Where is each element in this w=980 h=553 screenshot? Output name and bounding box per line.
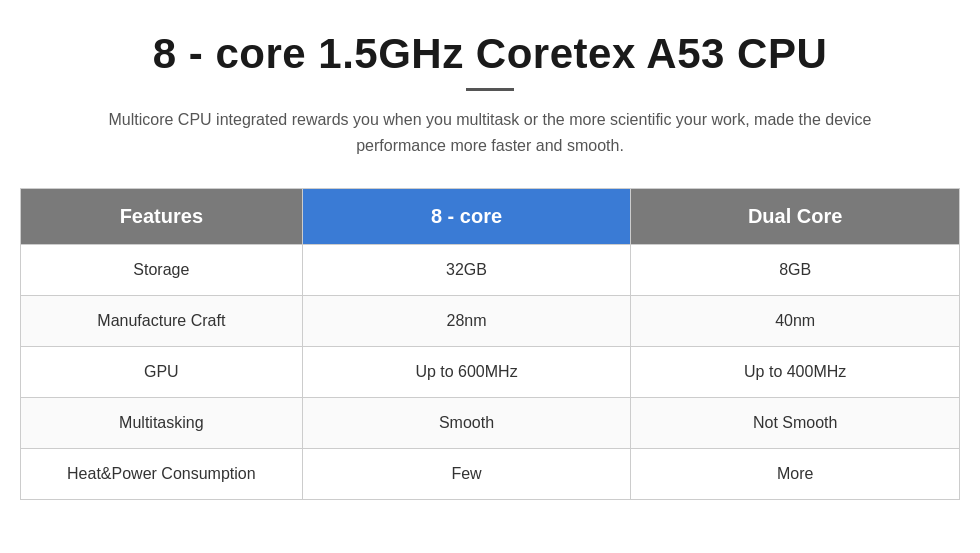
8core-value-cell: 32GB [302,245,631,296]
dual-value-cell: Up to 400MHz [631,347,960,398]
page-title: 8 - core 1.5GHz Coretex A53 CPU [153,30,828,78]
dual-value-cell: More [631,449,960,500]
col-8core-header: 8 - core [302,189,631,245]
8core-value-cell: Few [302,449,631,500]
dual-value-cell: Not Smooth [631,398,960,449]
feature-cell: Multitasking [21,398,303,449]
dual-value-cell: 40nm [631,296,960,347]
dual-value-cell: 8GB [631,245,960,296]
feature-cell: GPU [21,347,303,398]
feature-cell: Heat&Power Consumption [21,449,303,500]
comparison-table: Features 8 - core Dual Core Storage32GB8… [20,188,960,500]
col-dualcore-header: Dual Core [631,189,960,245]
table-row: Storage32GB8GB [21,245,960,296]
table-row: Heat&Power ConsumptionFewMore [21,449,960,500]
table-header-row: Features 8 - core Dual Core [21,189,960,245]
table-body: Storage32GB8GBManufacture Craft28nm40nmG… [21,245,960,500]
title-divider [466,88,514,91]
table-row: Manufacture Craft28nm40nm [21,296,960,347]
8core-value-cell: 28nm [302,296,631,347]
8core-value-cell: Up to 600MHz [302,347,631,398]
table-row: GPUUp to 600MHzUp to 400MHz [21,347,960,398]
col-features-header: Features [21,189,303,245]
8core-value-cell: Smooth [302,398,631,449]
feature-cell: Manufacture Craft [21,296,303,347]
page-subtitle: Multicore CPU integrated rewards you whe… [90,107,890,158]
feature-cell: Storage [21,245,303,296]
table-row: MultitaskingSmoothNot Smooth [21,398,960,449]
